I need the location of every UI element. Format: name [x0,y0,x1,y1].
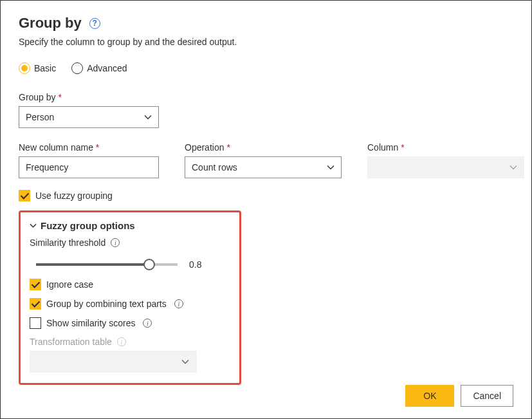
use-fuzzy-label: Use fuzzy grouping [35,191,113,201]
mode-radio-group: Basic Advanced [19,62,513,74]
transform-table-label: Transformation table i [30,337,230,347]
cancel-button[interactable]: Cancel [461,385,513,407]
info-icon: i [117,337,126,346]
radio-advanced[interactable]: Advanced [71,62,127,74]
group-by-label: Group by * [19,92,159,102]
chevron-down-icon [327,163,335,171]
chevron-down-icon [181,358,189,366]
combine-text-label: Group by combining text parts [46,299,167,309]
operation-select[interactable]: Count rows [185,156,342,178]
combine-text-checkbox[interactable] [30,298,41,310]
similarity-label: Similarity threshold i [30,237,230,248]
new-column-value: Frequency [26,162,68,172]
group-by-dialog: Group by ? Specify the column to group b… [0,0,532,419]
ignore-case-checkbox[interactable] [30,279,41,290]
fuzzy-options-header[interactable]: Fuzzy group options [30,220,230,231]
show-scores-label: Show similarity scores [46,318,135,328]
radio-advanced-label: Advanced [87,63,127,73]
chevron-down-icon [144,113,152,121]
show-scores-checkbox[interactable] [30,317,41,329]
ok-button[interactable]: OK [405,385,454,407]
new-column-label: New column name * [19,142,159,153]
column-label: Column * [367,142,524,153]
operation-label: Operation * [185,142,342,153]
info-icon[interactable]: i [111,238,120,247]
chevron-down-icon [509,163,517,171]
slider-thumb[interactable] [143,259,155,270]
help-icon[interactable]: ? [89,18,100,29]
chevron-down-icon [30,222,37,229]
group-by-value: Person [26,112,54,122]
similarity-value: 0.8 [189,259,201,270]
info-icon[interactable]: i [143,319,152,328]
dialog-title: Group by [19,15,82,32]
column-select[interactable] [367,156,524,178]
group-by-select[interactable]: Person [19,106,159,128]
ignore-case-label: Ignore case [46,279,93,290]
use-fuzzy-checkbox[interactable] [19,190,30,201]
dialog-subtitle: Specify the column to group by and the d… [19,37,513,47]
similarity-slider[interactable] [36,263,178,266]
radio-basic-label: Basic [34,63,56,73]
slider-fill [36,263,149,266]
radio-basic[interactable]: Basic [19,62,56,74]
transform-table-select[interactable] [30,351,197,373]
new-column-input[interactable]: Frequency [19,156,159,178]
operation-value: Count rows [192,162,237,172]
fuzzy-options-section: Fuzzy group options Similarity threshold… [19,210,241,385]
info-icon[interactable]: i [174,299,183,308]
